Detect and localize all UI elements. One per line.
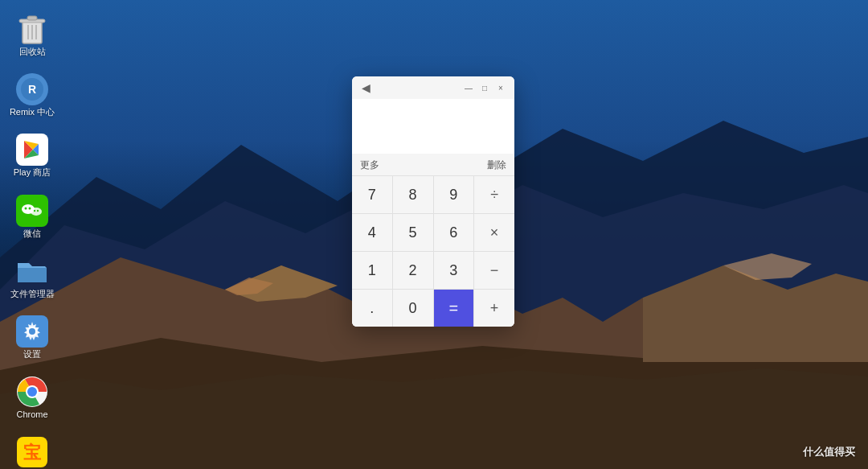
- button-six[interactable]: 6: [434, 214, 474, 251]
- calculator-window: ◀ — □ × 更多 删除 7 8 9 ÷ 4 5: [352, 76, 514, 327]
- svg-point-34: [37, 209, 39, 211]
- svg-text:宝: 宝: [23, 442, 42, 463]
- close-button[interactable]: ×: [493, 80, 508, 95]
- wechat-label: 微信: [23, 228, 41, 239]
- button-four[interactable]: 4: [352, 214, 392, 251]
- desktop-icon-chrome[interactable]: Chrome: [3, 371, 61, 425]
- calculator-display: [352, 99, 514, 154]
- svg-text:R: R: [28, 83, 36, 96]
- svg-rect-35: [18, 268, 47, 282]
- desktop-icon-wechat[interactable]: 微信: [3, 190, 61, 244]
- desktop-icons: 回收站 R Remix 中心: [0, 0, 64, 469]
- app-store-icon: 宝: [16, 436, 48, 468]
- desktop-icon-app-store[interactable]: 宝 应用宝: [3, 431, 61, 469]
- button-nine[interactable]: 9: [434, 176, 474, 213]
- titlebar-controls: — □ ×: [461, 80, 508, 95]
- delete-button[interactable]: 删除: [487, 158, 506, 172]
- chrome-label: Chrome: [16, 409, 47, 420]
- settings-icon: [16, 315, 48, 348]
- button-five[interactable]: 5: [393, 214, 433, 251]
- file-manager-label: 文件管理器: [10, 289, 55, 299]
- button-two[interactable]: 2: [393, 252, 433, 289]
- calculator-toolbar: 更多 删除: [352, 154, 514, 175]
- restore-button[interactable]: □: [477, 80, 492, 95]
- calculator-titlebar: ◀ — □ ×: [352, 76, 514, 99]
- play-store-icon: [16, 134, 48, 166]
- desktop-icon-play-store[interactable]: Play 商店: [3, 129, 61, 183]
- desktop: 回收站 R Remix 中心: [0, 0, 868, 469]
- button-three[interactable]: 3: [434, 252, 474, 289]
- desktop-icon-recycle-bin[interactable]: 回收站: [3, 8, 61, 62]
- remix-label: Remix 中心: [10, 107, 55, 117]
- svg-point-31: [25, 207, 27, 209]
- button-divide[interactable]: ÷: [474, 176, 514, 213]
- calculator-buttons: 7 8 9 ÷ 4 5 6 × 1 2 3 − . 0 = +: [352, 175, 514, 327]
- button-subtract[interactable]: −: [474, 252, 514, 289]
- button-one[interactable]: 1: [352, 252, 392, 289]
- titlebar-left: ◀: [358, 80, 374, 96]
- desktop-icon-settings[interactable]: 设置: [3, 311, 61, 364]
- back-button[interactable]: ◀: [358, 80, 374, 96]
- watermark: 什么值得买: [803, 445, 855, 459]
- svg-point-30: [31, 208, 42, 216]
- button-eight[interactable]: 8: [393, 176, 433, 213]
- chrome-icon: [16, 376, 48, 408]
- svg-point-33: [34, 209, 35, 211]
- minimize-button[interactable]: —: [461, 80, 476, 95]
- svg-rect-15: [27, 16, 37, 20]
- button-zero[interactable]: 0: [393, 290, 433, 327]
- remix-icon: R: [16, 73, 48, 105]
- settings-label: 设置: [23, 349, 41, 360]
- button-seven[interactable]: 7: [352, 176, 392, 213]
- recycle-bin-label: 回收站: [19, 47, 46, 57]
- desktop-icon-remix[interactable]: R Remix 中心: [3, 68, 61, 122]
- more-button[interactable]: 更多: [360, 158, 379, 172]
- wechat-icon: [16, 195, 48, 227]
- svg-point-42: [27, 387, 37, 397]
- desktop-icon-file-manager[interactable]: 文件管理器: [3, 250, 61, 304]
- button-equals[interactable]: =: [434, 290, 474, 327]
- button-add[interactable]: +: [474, 290, 514, 327]
- file-manager-icon: [16, 255, 48, 287]
- button-multiply[interactable]: ×: [474, 214, 514, 251]
- recycle-bin-icon: [16, 13, 48, 45]
- svg-point-38: [29, 328, 35, 335]
- svg-point-32: [29, 207, 31, 209]
- play-store-label: Play 商店: [14, 167, 51, 178]
- button-decimal[interactable]: .: [352, 290, 392, 327]
